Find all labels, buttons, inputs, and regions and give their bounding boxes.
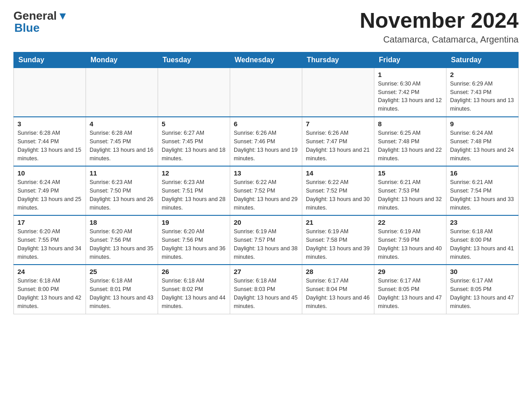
month-title: November 2024 <box>360 9 519 33</box>
title-block: November 2024 Catamarca, Catamarca, Arge… <box>360 9 519 45</box>
calendar-table: SundayMondayTuesdayWednesdayThursdayFrid… <box>13 52 519 314</box>
calendar-cell: 20Sunrise: 6:19 AMSunset: 7:57 PMDayligh… <box>230 215 302 265</box>
calendar-cell <box>14 68 86 117</box>
calendar-cell: 3Sunrise: 6:28 AMSunset: 7:44 PMDaylight… <box>14 117 86 166</box>
calendar-cell: 11Sunrise: 6:23 AMSunset: 7:50 PMDayligh… <box>86 166 158 215</box>
day-info: Sunrise: 6:30 AMSunset: 7:42 PMDaylight:… <box>378 80 442 113</box>
calendar-cell: 16Sunrise: 6:21 AMSunset: 7:54 PMDayligh… <box>446 166 519 215</box>
weekday-header-sunday: Sunday <box>14 52 86 68</box>
day-number: 27 <box>234 268 298 275</box>
day-number: 29 <box>378 268 442 275</box>
calendar-cell: 26Sunrise: 6:18 AMSunset: 8:02 PMDayligh… <box>158 265 230 314</box>
calendar-week-row: 24Sunrise: 6:18 AMSunset: 8:00 PMDayligh… <box>14 265 519 314</box>
day-info: Sunrise: 6:22 AMSunset: 7:52 PMDaylight:… <box>306 178 370 212</box>
weekday-header-thursday: Thursday <box>302 52 374 68</box>
day-number: 30 <box>450 268 515 275</box>
calendar-cell: 23Sunrise: 6:18 AMSunset: 8:00 PMDayligh… <box>446 215 519 265</box>
day-number: 4 <box>90 120 154 128</box>
day-number: 24 <box>17 268 82 275</box>
calendar-week-row: 10Sunrise: 6:24 AMSunset: 7:49 PMDayligh… <box>14 166 519 215</box>
calendar-cell: 10Sunrise: 6:24 AMSunset: 7:49 PMDayligh… <box>14 166 86 215</box>
weekday-header-tuesday: Tuesday <box>158 52 230 68</box>
day-info: Sunrise: 6:19 AMSunset: 7:57 PMDaylight:… <box>234 227 298 261</box>
day-number: 21 <box>306 218 370 226</box>
day-info: Sunrise: 6:26 AMSunset: 7:47 PMDaylight:… <box>306 129 370 163</box>
day-number: 26 <box>162 268 226 275</box>
calendar-week-row: 1Sunrise: 6:30 AMSunset: 7:42 PMDaylight… <box>14 68 519 117</box>
day-info: Sunrise: 6:28 AMSunset: 7:44 PMDaylight:… <box>17 129 82 163</box>
day-number: 1 <box>378 71 442 78</box>
day-info: Sunrise: 6:23 AMSunset: 7:51 PMDaylight:… <box>162 178 226 212</box>
day-info: Sunrise: 6:18 AMSunset: 8:00 PMDaylight:… <box>17 277 82 310</box>
day-info: Sunrise: 6:18 AMSunset: 8:00 PMDaylight:… <box>450 227 515 261</box>
calendar-cell: 14Sunrise: 6:22 AMSunset: 7:52 PMDayligh… <box>302 166 374 215</box>
calendar-cell: 6Sunrise: 6:26 AMSunset: 7:46 PMDaylight… <box>230 117 302 166</box>
day-info: Sunrise: 6:19 AMSunset: 7:59 PMDaylight:… <box>378 227 442 261</box>
logo-triangle-icon <box>58 12 68 21</box>
calendar-cell: 7Sunrise: 6:26 AMSunset: 7:47 PMDaylight… <box>302 117 374 166</box>
calendar-cell: 22Sunrise: 6:19 AMSunset: 7:59 PMDayligh… <box>374 215 446 265</box>
day-info: Sunrise: 6:18 AMSunset: 8:02 PMDaylight:… <box>162 277 226 310</box>
svg-marker-0 <box>60 13 66 20</box>
calendar-cell: 1Sunrise: 6:30 AMSunset: 7:42 PMDaylight… <box>374 68 446 117</box>
day-number: 23 <box>450 218 515 226</box>
location-subtitle: Catamarca, Catamarca, Argentina <box>360 34 519 45</box>
day-number: 12 <box>162 169 226 177</box>
calendar-cell: 18Sunrise: 6:20 AMSunset: 7:56 PMDayligh… <box>86 215 158 265</box>
day-info: Sunrise: 6:24 AMSunset: 7:49 PMDaylight:… <box>17 178 82 212</box>
calendar-cell: 27Sunrise: 6:18 AMSunset: 8:03 PMDayligh… <box>230 265 302 314</box>
day-info: Sunrise: 6:18 AMSunset: 8:03 PMDaylight:… <box>234 277 298 310</box>
weekday-header-wednesday: Wednesday <box>230 52 302 68</box>
calendar-cell: 25Sunrise: 6:18 AMSunset: 8:01 PMDayligh… <box>86 265 158 314</box>
calendar-cell: 5Sunrise: 6:27 AMSunset: 7:45 PMDaylight… <box>158 117 230 166</box>
day-info: Sunrise: 6:18 AMSunset: 8:01 PMDaylight:… <box>90 277 154 310</box>
calendar-cell <box>86 68 158 117</box>
day-number: 17 <box>17 218 82 226</box>
weekday-header-row: SundayMondayTuesdayWednesdayThursdayFrid… <box>14 52 519 68</box>
day-number: 22 <box>378 218 442 226</box>
day-info: Sunrise: 6:25 AMSunset: 7:48 PMDaylight:… <box>378 129 442 163</box>
calendar-cell <box>158 68 230 117</box>
day-number: 14 <box>306 169 370 177</box>
day-number: 8 <box>378 120 442 128</box>
calendar-cell: 13Sunrise: 6:22 AMSunset: 7:52 PMDayligh… <box>230 166 302 215</box>
calendar-week-row: 17Sunrise: 6:20 AMSunset: 7:55 PMDayligh… <box>14 215 519 265</box>
weekday-header-saturday: Saturday <box>446 52 519 68</box>
day-number: 5 <box>162 120 226 128</box>
day-number: 10 <box>17 169 82 177</box>
day-info: Sunrise: 6:22 AMSunset: 7:52 PMDaylight:… <box>234 178 298 212</box>
day-number: 2 <box>450 71 515 78</box>
weekday-header-friday: Friday <box>374 52 446 68</box>
calendar-cell: 29Sunrise: 6:17 AMSunset: 8:05 PMDayligh… <box>374 265 446 314</box>
day-info: Sunrise: 6:23 AMSunset: 7:50 PMDaylight:… <box>90 178 154 212</box>
day-number: 3 <box>17 120 82 128</box>
day-info: Sunrise: 6:17 AMSunset: 8:05 PMDaylight:… <box>450 277 515 310</box>
calendar-cell: 8Sunrise: 6:25 AMSunset: 7:48 PMDaylight… <box>374 117 446 166</box>
calendar-cell: 15Sunrise: 6:21 AMSunset: 7:53 PMDayligh… <box>374 166 446 215</box>
day-number: 18 <box>90 218 154 226</box>
calendar-cell <box>302 68 374 117</box>
day-number: 15 <box>378 169 442 177</box>
day-info: Sunrise: 6:17 AMSunset: 8:05 PMDaylight:… <box>378 277 442 310</box>
logo: General Blue <box>13 9 68 35</box>
calendar-cell: 9Sunrise: 6:24 AMSunset: 7:48 PMDaylight… <box>446 117 519 166</box>
calendar-week-row: 3Sunrise: 6:28 AMSunset: 7:44 PMDaylight… <box>14 117 519 166</box>
day-info: Sunrise: 6:27 AMSunset: 7:45 PMDaylight:… <box>162 129 226 163</box>
day-info: Sunrise: 6:20 AMSunset: 7:56 PMDaylight:… <box>162 227 226 261</box>
day-info: Sunrise: 6:21 AMSunset: 7:54 PMDaylight:… <box>450 178 515 212</box>
day-info: Sunrise: 6:24 AMSunset: 7:48 PMDaylight:… <box>450 129 515 163</box>
page-header: General Blue November 2024 Catamarca, Ca… <box>13 9 519 45</box>
day-number: 7 <box>306 120 370 128</box>
day-info: Sunrise: 6:17 AMSunset: 8:04 PMDaylight:… <box>306 277 370 310</box>
day-info: Sunrise: 6:29 AMSunset: 7:43 PMDaylight:… <box>450 80 515 113</box>
day-number: 16 <box>450 169 515 177</box>
calendar-cell: 4Sunrise: 6:28 AMSunset: 7:45 PMDaylight… <box>86 117 158 166</box>
day-number: 6 <box>234 120 298 128</box>
day-number: 9 <box>450 120 515 128</box>
calendar-cell: 28Sunrise: 6:17 AMSunset: 8:04 PMDayligh… <box>302 265 374 314</box>
calendar-cell: 17Sunrise: 6:20 AMSunset: 7:55 PMDayligh… <box>14 215 86 265</box>
day-number: 28 <box>306 268 370 275</box>
calendar-cell: 12Sunrise: 6:23 AMSunset: 7:51 PMDayligh… <box>158 166 230 215</box>
day-number: 11 <box>90 169 154 177</box>
day-number: 20 <box>234 218 298 226</box>
